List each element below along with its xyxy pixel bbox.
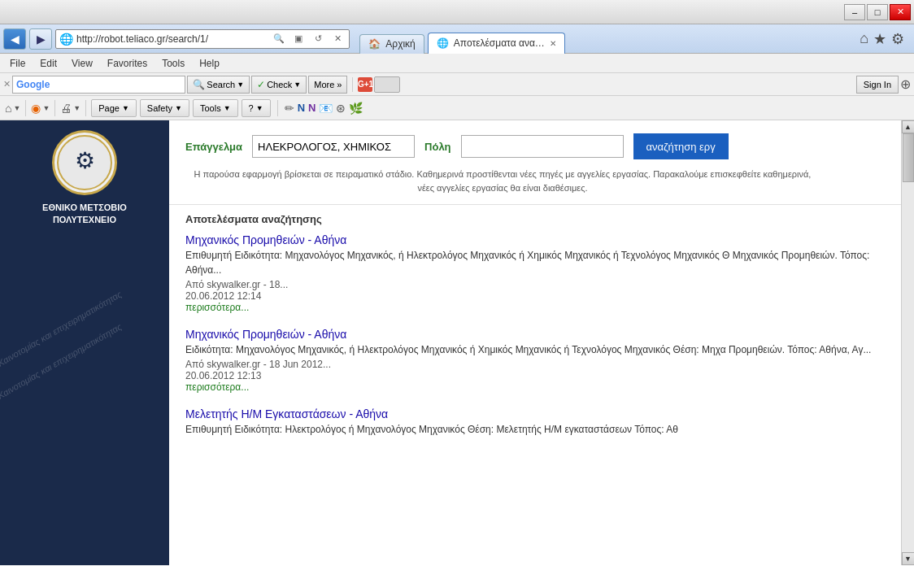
rss-arrow: ▼ — [42, 104, 50, 112]
rss-icon[interactable]: ◉ — [31, 102, 41, 115]
sidebar-title: ΕΘΝΙΚΟ ΜΕΤΣΟΒΙΟ ΠΟΛΥΤΕΧΝΕΙΟ — [42, 202, 127, 227]
ie-sep2 — [54, 100, 55, 116]
onenote2-icon[interactable]: N — [308, 102, 316, 114]
search-form: Επάγγελμα Πόλη αναζήτηση εργ Η παρούσα ε… — [169, 120, 901, 205]
green-icon[interactable]: 🌿 — [349, 102, 363, 115]
tab-results[interactable]: 🌐 Αποτελέσματα ανα… ✕ — [428, 33, 565, 54]
menu-file[interactable]: File — [3, 56, 32, 71]
ie-sep4 — [277, 100, 278, 116]
google-search-label: Search — [207, 80, 235, 89]
home-nav-icon[interactable]: ⌂ — [860, 30, 868, 47]
scroll-down[interactable]: ▼ — [902, 552, 915, 565]
tools-arrow: ▼ — [224, 104, 231, 112]
google-search-button[interactable]: 🔍 Search ▼ — [187, 76, 250, 94]
sidebar-logo: ⚙ ΕΘΝΙΚΟ ΜΕΤΣΟΒΙΟ ΠΟΛΥΤΕΧΝΕΙΟ — [0, 120, 169, 237]
gplus-icon[interactable]: G+1 — [358, 77, 372, 92]
city-input[interactable] — [461, 135, 624, 158]
page-button[interactable]: Page ▼ — [91, 99, 137, 117]
forward-button[interactable]: ▶ — [29, 28, 52, 50]
menu-edit[interactable]: Edit — [33, 56, 63, 71]
result-date-2: 20.06.2012 12:13 — [185, 370, 885, 381]
tab-home[interactable]: 🏠 Αρχική — [359, 34, 424, 54]
onenote-icon[interactable]: N — [298, 102, 305, 114]
google-label: Google — [16, 79, 50, 90]
google-check-label: Check — [267, 80, 292, 89]
tab-home-favicon: 🏠 — [368, 38, 381, 50]
result-more-2[interactable]: περισσότερα... — [185, 381, 249, 393]
result-source-1: Από skywalker.gr - 18... — [185, 279, 885, 290]
gplus-count — [374, 76, 400, 93]
stop-icon[interactable]: ✕ — [329, 31, 346, 47]
google-check-button[interactable]: ✓ Check ▼ — [251, 76, 307, 94]
minimize-button[interactable]: – — [844, 4, 865, 20]
sidebar: ⚙ ΕΘΝΙΚΟ ΜΕΤΣΟΒΙΟ ΠΟΛΥΤΕΧΝΕΙΟ Καινοτομία… — [0, 120, 169, 565]
toolbar-separator — [352, 77, 353, 92]
address-input-container[interactable]: 🌐 http://robot.teliaco.gr/search/1/ 🔍 ▣ … — [55, 29, 350, 49]
print-area[interactable]: 🖨 ▼ — [60, 102, 81, 115]
rss-area[interactable]: ◉ ▼ — [31, 102, 50, 115]
tab-results-close[interactable]: ✕ — [550, 39, 556, 48]
home-icon-area[interactable]: ⌂ ▼ — [5, 102, 20, 115]
scroll-up[interactable]: ▲ — [902, 120, 915, 133]
sign-in-button[interactable]: Sign In — [856, 76, 899, 94]
mail-icon[interactable]: 📧 — [319, 102, 333, 115]
compat-icon[interactable]: ▣ — [290, 31, 307, 47]
result-snippet-1: Επιθυμητή Ειδικότητα: Μηχανολόγος Μηχανι… — [185, 248, 885, 277]
bluetooth-icon[interactable]: ⊛ — [336, 102, 346, 115]
tools-label: Tools — [200, 103, 221, 113]
ie-toolbar: ⌂ ▼ ◉ ▼ 🖨 ▼ Page ▼ Safety ▼ Tools ▼ ? ▼ … — [0, 96, 914, 120]
content-wrapper: Επάγγελμα Πόλη αναζήτηση εργ Η παρούσα ε… — [169, 120, 914, 565]
close-button[interactable]: ✕ — [890, 4, 911, 20]
content-area: Επάγγελμα Πόλη αναζήτηση εργ Η παρούσα ε… — [169, 120, 901, 565]
tools-button[interactable]: Tools ▼ — [193, 99, 238, 117]
google-more-button[interactable]: More » — [308, 76, 347, 94]
print-icon[interactable]: 🖨 — [60, 102, 72, 115]
result-snippet-3: Επιθυμητή Ειδικότητα: Ηλεκτρολόγος ή Μηχ… — [185, 422, 885, 437]
scroll-thumb[interactable] — [903, 133, 914, 182]
result-date-1: 20.06.2012 12:14 — [185, 290, 885, 302]
maximize-button[interactable]: □ — [867, 4, 888, 20]
scrollbar: ▲ ▼ — [901, 120, 914, 565]
tab-results-favicon: 🌐 — [437, 37, 449, 49]
google-search-input[interactable] — [51, 79, 181, 90]
right-nav-icons: ⌂ ★ ⚙ — [860, 30, 911, 48]
job-input[interactable] — [252, 135, 415, 158]
svg-text:Καινοτομίας και επιχειρηματικό: Καινοτομίας και επιχειρηματικότητας — [0, 321, 124, 402]
tab-home-label: Αρχική — [385, 38, 415, 50]
page-label: Page — [98, 103, 120, 113]
home-ie-icon[interactable]: ⌂ — [5, 102, 11, 115]
search-button-label: αναζήτηση εργ — [646, 141, 716, 153]
job-label: Επάγγελμα — [185, 141, 242, 153]
edit-icon[interactable]: ✏ — [285, 102, 294, 115]
help-button[interactable]: ? ▼ — [242, 99, 271, 117]
sidebar-title-line2: ΠΟΛΥΤΕΧΝΕΙΟ — [53, 215, 116, 224]
city-label: Πόλη — [424, 141, 451, 153]
university-logo: ⚙ — [52, 130, 117, 195]
refresh-icon[interactable]: ↺ — [310, 31, 326, 47]
result-more-1[interactable]: περισσότερα... — [185, 302, 249, 313]
safety-label: Safety — [147, 103, 172, 113]
window-controls: – □ ✕ — [844, 4, 911, 20]
menu-help[interactable]: Help — [193, 56, 226, 71]
scroll-track[interactable] — [902, 133, 915, 552]
back-button[interactable]: ◀ — [3, 28, 26, 50]
result-item: Μελετητής Η/Μ Εγκαταστάσεων - Αθήνα Επιθ… — [185, 407, 885, 437]
menu-favorites[interactable]: Favorites — [101, 56, 154, 71]
search-icon[interactable]: 🔍 — [271, 31, 287, 47]
result-link-1[interactable]: Μηχανικός Προμηθειών - Αθήνα — [185, 233, 346, 246]
address-text: http://robot.teliaco.gr/search/1/ — [76, 33, 268, 45]
address-bar: ◀ ▶ 🌐 http://robot.teliaco.gr/search/1/ … — [0, 24, 914, 54]
search-button[interactable]: αναζήτηση εργ — [633, 133, 729, 159]
menu-view[interactable]: View — [65, 56, 99, 71]
result-link-2[interactable]: Μηχανικός Προμηθειών - Αθήνα — [185, 328, 346, 341]
settings-icon[interactable]: ⚙ — [891, 30, 904, 48]
toolbar-extra-icon[interactable]: ⊕ — [900, 76, 911, 92]
tab-results-label: Αποτελέσματα ανα… — [454, 37, 545, 49]
favorites-icon[interactable]: ★ — [873, 30, 886, 48]
toolbar-close-icon[interactable]: ✕ — [3, 79, 11, 89]
result-item: Μηχανικός Προμηθειών - Αθήνα Επιθυμητή Ε… — [185, 233, 885, 313]
result-link-3[interactable]: Μελετητής Η/Μ Εγκαταστάσεων - Αθήνα — [185, 407, 388, 420]
google-box[interactable]: Google — [12, 76, 185, 94]
safety-button[interactable]: Safety ▼ — [140, 99, 189, 117]
menu-tools[interactable]: Tools — [155, 56, 191, 71]
